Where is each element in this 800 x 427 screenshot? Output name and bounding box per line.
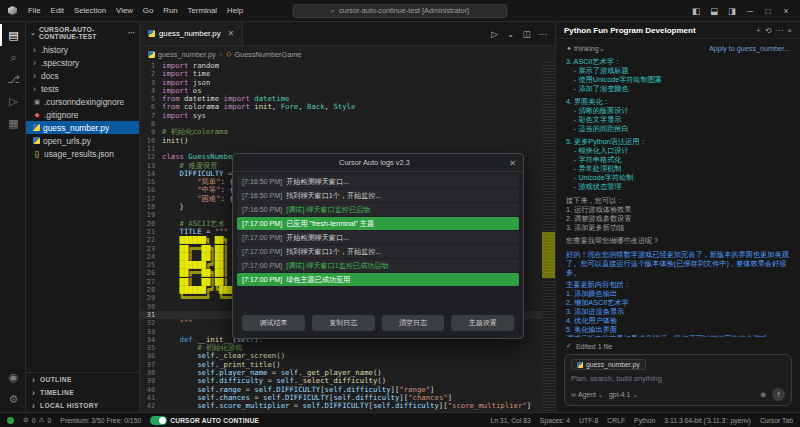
chat-history-icon[interactable]: ⟲ [765, 26, 772, 35]
tab-guess-number-py[interactable]: guess_number.py ✕ [140, 22, 243, 45]
log-timestamp: [7:16:50 PM] [242, 192, 282, 200]
attach-icon[interactable]: ⊕ [760, 391, 766, 399]
line-number: 12 [140, 153, 162, 161]
apply-to-file-link[interactable]: Apply to guess_number... [709, 44, 790, 53]
explorer-header[interactable]: ⌄ CURSOR-AUTO-CONTINUE-TEST ⋯ [26, 22, 139, 43]
breadcrumb-symbol[interactable]: ◇ GuessNumberGame [226, 50, 301, 59]
agent-mode-dropdown[interactable]: ∞ Agent ⌄ [571, 391, 603, 398]
log-entry: [7:16:50 PM]开始检测聊天窗口... [237, 175, 519, 188]
close-chat-icon[interactable]: × [787, 26, 792, 35]
chat-feature-list: 3. ASCII艺术字：- 展示了游戏标题- 使用Unicode字符绘制图案- … [566, 57, 790, 191]
split-editor-icon[interactable]: ◫ [520, 29, 533, 39]
toggle-secondary-sidebar-icon[interactable]: ◨ [724, 4, 740, 18]
menu-file[interactable]: File [23, 3, 46, 18]
line-number: 32 [140, 319, 162, 327]
explorer-icon[interactable]: ▤ [0, 24, 26, 46]
send-button[interactable]: ↑ [772, 388, 785, 401]
log-message: 找到聊天窗口1个，开始监控... [286, 191, 381, 201]
line-col-indicator[interactable]: Ln 31, Col 83 [490, 417, 530, 424]
toggle-sidebar-icon[interactable]: ◧ [688, 4, 704, 18]
eol-indicator[interactable]: CRLF [607, 417, 625, 424]
sidebar-item-gitignore[interactable]: ◆.gitignore [26, 108, 139, 121]
menu-terminal[interactable]: Terminal [183, 3, 222, 18]
toggle-panel-icon[interactable]: ⬓ [706, 4, 722, 18]
edited-files-row[interactable]: ✓ Edited 1 file [564, 340, 792, 354]
new-chat-icon[interactable]: + [756, 26, 761, 35]
extensions-icon[interactable]: ▦ [0, 112, 26, 134]
close-icon[interactable]: ✕ [509, 158, 516, 168]
command-center-search[interactable]: ⌕ cursor-auto-continue-test [Administrat… [293, 4, 508, 18]
run-debug-icon[interactable]: ▷ [0, 90, 26, 112]
chat-input-box[interactable]: guess_number.py ∞ Agent ⌄ gpt-4.1 ⌄ [564, 354, 792, 406]
sidebar-item-guess_number-py[interactable]: guess_number.py [26, 121, 139, 134]
line-number: 14 [140, 170, 162, 178]
run-python-file-icon[interactable]: ▷ [488, 29, 501, 39]
menu-edit[interactable]: Edit [46, 3, 69, 18]
sidebar-item-usage_results-json[interactable]: {}usage_results.json [26, 147, 139, 160]
settings-icon[interactable]: ⚙ [0, 388, 26, 410]
cursor-auto-continue-toggle[interactable]: CURSOR AUTO CONTINUE [150, 416, 259, 425]
sidebar-item-cursorindexingignore[interactable]: ▣.cursorindexingignore [26, 95, 139, 108]
account-icon[interactable]: ◉ [0, 366, 26, 388]
sidebar-item-docs[interactable]: ›docs [26, 69, 139, 82]
menu-run[interactable]: Run [158, 3, 182, 18]
search-icon[interactable]: ⌕ [0, 46, 26, 68]
menu-view[interactable]: View [111, 3, 138, 18]
minimize-icon[interactable]: ─ [742, 4, 758, 18]
panel-local-history[interactable]: ›LOCAL HISTORY [26, 399, 139, 412]
file-label: open_urls.py [43, 136, 91, 146]
sidebar-item-history[interactable]: ›.history [26, 43, 139, 56]
problems-indicator[interactable]: ⊘0 ⚠0 [23, 416, 51, 424]
chat-title: Python Fun Program Development [564, 26, 696, 35]
sidebar-item-tests[interactable]: ›tests [26, 82, 139, 95]
followup-intro: 接下来，您可以： [566, 196, 790, 205]
close-icon[interactable]: × [778, 4, 794, 18]
chevron-down-icon: ⌄ [598, 391, 603, 398]
title-bar: FileEditSelectionViewGoRunTerminalHelp ⌕… [0, 0, 800, 22]
menu-help[interactable]: Help [222, 3, 248, 18]
context-chip-row: guess_number.py [571, 359, 785, 370]
modal-button-3[interactable]: 清空日志 [382, 315, 445, 331]
modal-button-1[interactable]: 调试结果 [242, 315, 305, 331]
language-indicator[interactable]: Python [634, 417, 655, 424]
settings-file-icon: ▣ [33, 98, 41, 106]
minimap[interactable] [542, 62, 555, 412]
toggle-switch[interactable] [150, 416, 167, 425]
run-dropdown-icon[interactable]: ⌄ [504, 29, 517, 39]
menu-selection[interactable]: Selection [69, 3, 111, 18]
log-message: [调试] 聊天窗口1监控已成功启动 [286, 261, 388, 271]
encoding-indicator[interactable]: UTF-8 [579, 417, 598, 424]
thinking-row[interactable]: ✦ thinking ⌄ Apply to guess_number... [566, 44, 790, 53]
line-number: 10 [140, 137, 162, 145]
line-number: 28 [140, 286, 162, 294]
panel-outline[interactable]: ›OUTLINE [26, 373, 139, 386]
panel-timeline[interactable]: ›TIMELINE [26, 386, 139, 399]
maximize-icon[interactable]: □ [760, 4, 776, 18]
chat-messages: ✦ thinking ⌄ Apply to guess_number... 3.… [556, 39, 800, 337]
code-line: 42 self.score_multiplier = self.DIFFICUL… [140, 402, 542, 410]
dialog-header[interactable]: Cursor Auto logs v2.3 ✕ [233, 154, 523, 172]
list-item: - 模块化入口设计 [566, 146, 790, 155]
file-label: .specstory [41, 58, 79, 68]
model-dropdown[interactable]: gpt-4.1 ⌄ [609, 391, 637, 398]
breadcrumb-file[interactable]: guess_number.py [148, 50, 216, 59]
chat-message-input[interactable] [571, 373, 785, 388]
source-control-icon[interactable]: ⎇ [0, 68, 26, 90]
cursor-tab-indicator[interactable]: Cursor Tab [760, 417, 793, 424]
sidebar-item-open_urls-py[interactable]: open_urls.py [26, 134, 139, 147]
explorer-more-icon[interactable]: ⋯ [128, 29, 135, 37]
modal-button-4[interactable]: 主题设置 [451, 315, 514, 331]
chat-header: Python Fun Program Development +⟲⋯× [556, 22, 800, 39]
py-icon [33, 124, 40, 131]
modal-button-2[interactable]: 复制日志 [312, 315, 375, 331]
interpreter-indicator[interactable]: 3.11.3 64-bit ('3.11.3': pyenv) [664, 417, 751, 424]
sidebar-item-specstory[interactable]: ›.specstory [26, 56, 139, 69]
menu-go[interactable]: Go [138, 3, 158, 18]
close-tab-icon[interactable]: ✕ [228, 29, 235, 38]
more-actions-icon[interactable]: ⋯ [536, 29, 549, 39]
chat-more-icon[interactable]: ⋯ [775, 26, 783, 35]
remote-indicator[interactable] [7, 417, 14, 424]
indentation-indicator[interactable]: Spaces: 4 [540, 417, 570, 424]
answer-update-item: 2. 增加ASCII艺术字 [566, 298, 790, 307]
context-chip[interactable]: guess_number.py [571, 359, 646, 370]
